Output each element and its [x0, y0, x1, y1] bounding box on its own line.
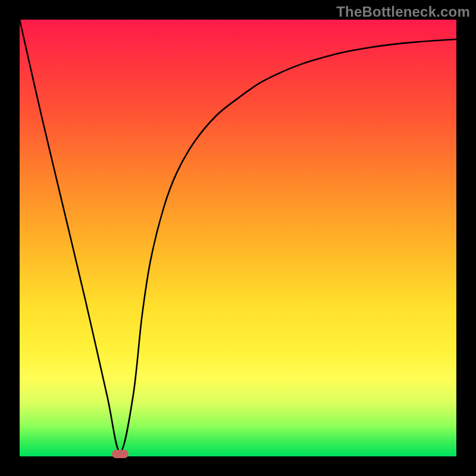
plot-area: [20, 20, 456, 456]
minimum-marker: [112, 450, 129, 458]
bottleneck-curve: [20, 20, 456, 456]
watermark-text: TheBottleneck.com: [336, 4, 470, 20]
chart-frame: TheBottleneck.com: [0, 0, 476, 476]
